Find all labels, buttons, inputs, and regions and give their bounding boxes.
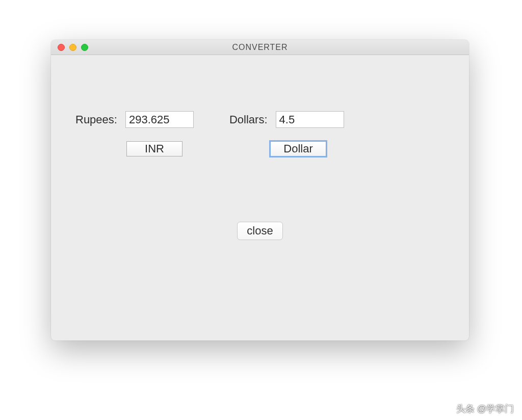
input-row: Rupees: Dollars: (71, 111, 449, 128)
watermark-text: 头条 @学掌门 (456, 403, 514, 415)
maximize-window-icon[interactable] (81, 44, 88, 51)
app-window: CONVERTER Rupees: Dollars: INR Dollar cl… (51, 40, 469, 340)
window-title: CONVERTER (51, 43, 469, 52)
dollars-input[interactable] (276, 111, 344, 128)
dollars-label: Dollars: (229, 113, 268, 126)
window-controls (51, 44, 88, 51)
close-button[interactable]: close (237, 222, 282, 240)
window-content: Rupees: Dollars: INR Dollar close (51, 55, 469, 340)
close-row: close (71, 222, 449, 240)
dollar-button[interactable]: Dollar (270, 141, 326, 156)
close-window-icon[interactable] (58, 44, 65, 51)
rupees-label: Rupees: (75, 113, 117, 126)
minimize-window-icon[interactable] (69, 44, 76, 51)
inr-button[interactable]: INR (126, 141, 182, 156)
titlebar: CONVERTER (51, 40, 469, 55)
rupees-input[interactable] (125, 111, 194, 128)
button-row: INR Dollar (71, 141, 449, 156)
